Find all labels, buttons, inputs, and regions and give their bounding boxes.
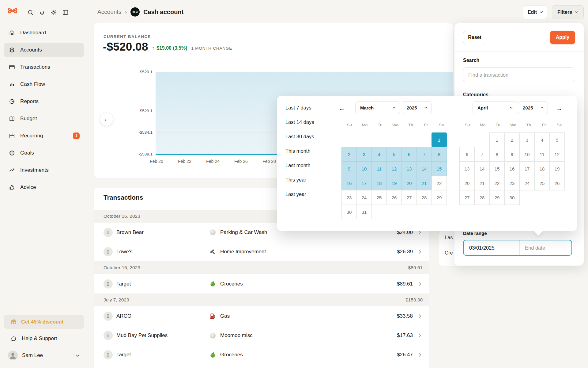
calendar-day[interactable]: 27 bbox=[401, 190, 417, 205]
calendar-day-in-range[interactable]: 16 bbox=[341, 176, 357, 190]
calendar-day[interactable]: 4 bbox=[534, 132, 550, 147]
sidebar-item-accounts[interactable]: Accounts bbox=[4, 43, 84, 57]
calendar-day[interactable]: 25 bbox=[534, 176, 550, 190]
calendar-day-in-range[interactable]: 11 bbox=[371, 161, 387, 176]
calendar-day[interactable]: 3 bbox=[519, 132, 535, 147]
calendar-day[interactable]: 2 bbox=[504, 132, 520, 147]
calendar-day[interactable]: 29 bbox=[489, 190, 505, 205]
calendar-day-in-range[interactable]: 8 bbox=[432, 147, 447, 162]
search-input[interactable] bbox=[463, 67, 575, 82]
quick-option-last-year[interactable]: Last year bbox=[277, 187, 331, 201]
calendar-day[interactable]: 16 bbox=[504, 161, 520, 176]
end-date-input[interactable]: End date bbox=[519, 240, 571, 255]
calendar-day[interactable]: 26 bbox=[386, 190, 402, 205]
month-select-april[interactable]: April bbox=[473, 101, 517, 114]
calendar-day[interactable]: 22 bbox=[489, 176, 505, 190]
sidebar-toggle-icon[interactable] bbox=[62, 9, 69, 16]
calendar-day[interactable]: 26 bbox=[549, 176, 565, 190]
calendar-day[interactable]: 5 bbox=[549, 132, 565, 147]
calendar-day[interactable]: 15 bbox=[489, 161, 505, 176]
apply-button[interactable]: Apply bbox=[550, 31, 575, 44]
calendar-day-in-range[interactable]: 2 bbox=[341, 147, 357, 162]
calendar-day[interactable]: 13 bbox=[459, 161, 475, 176]
calendar-day[interactable]: 12 bbox=[549, 147, 565, 162]
calendar-day-in-range[interactable]: 20 bbox=[401, 176, 417, 190]
calendar-day-in-range[interactable]: 7 bbox=[417, 147, 432, 162]
sidebar-item-budget[interactable]: Budget bbox=[4, 111, 84, 126]
calendar-day-in-range[interactable]: 9 bbox=[341, 161, 357, 176]
transaction-row[interactable]: ARCOGas$33.58 bbox=[94, 306, 429, 326]
filters-button[interactable]: Filters bbox=[552, 5, 584, 19]
calendar-prev-button[interactable]: ← bbox=[338, 104, 346, 112]
calendar-day[interactable]: 27 bbox=[459, 190, 475, 205]
transaction-row[interactable]: Mud Bay Pet SuppliesMoomoo misc$17.63 bbox=[94, 326, 429, 345]
calendar-day[interactable]: 7 bbox=[474, 147, 490, 162]
month-select-march[interactable]: March bbox=[355, 101, 400, 114]
previous-account-button[interactable]: ← bbox=[100, 113, 113, 126]
calendar-day[interactable]: 24 bbox=[519, 176, 535, 190]
calendar-day[interactable]: 30 bbox=[504, 190, 520, 205]
transaction-row[interactable]: TargetGroceries$89.61 bbox=[94, 274, 429, 293]
sidebar-item-advice[interactable]: Advice bbox=[4, 180, 84, 195]
quick-option-this-month[interactable]: This month bbox=[277, 144, 331, 158]
calendar-day-in-range[interactable]: 21 bbox=[417, 176, 432, 190]
quick-option-last-7-days[interactable]: Last 7 days bbox=[277, 101, 331, 115]
calendar-day[interactable]: 28 bbox=[474, 190, 490, 205]
calendar-day[interactable]: 23 bbox=[341, 190, 357, 205]
help-support-item[interactable]: Help & Support bbox=[4, 332, 84, 345]
discount-banner[interactable]: Get 45% discount bbox=[4, 315, 84, 329]
sidebar-item-investments[interactable]: Investments bbox=[4, 163, 84, 178]
brand-logo-icon[interactable] bbox=[7, 5, 18, 17]
calendar-day-in-range[interactable]: 13 bbox=[401, 161, 417, 176]
sidebar-item-transactions[interactable]: Transactions bbox=[4, 60, 84, 75]
calendar-day[interactable]: 8 bbox=[489, 147, 505, 162]
breadcrumb-accounts-link[interactable]: Accounts bbox=[97, 9, 121, 15]
year-select[interactable]: 2025 bbox=[402, 101, 432, 114]
calendar-day[interactable]: 28 bbox=[417, 190, 432, 205]
calendar-day-in-range[interactable]: 10 bbox=[356, 161, 372, 176]
calendar-day[interactable]: 14 bbox=[474, 161, 490, 176]
gear-icon[interactable] bbox=[50, 9, 57, 16]
user-menu[interactable]: Sam Lee bbox=[4, 348, 84, 362]
sidebar-item-cash-flow[interactable]: Cash Flow bbox=[4, 77, 84, 92]
calendar-day-in-range[interactable]: 12 bbox=[386, 161, 402, 176]
calendar-day[interactable]: 25 bbox=[371, 190, 387, 205]
calendar-day[interactable]: 6 bbox=[459, 147, 475, 162]
quick-option-last-30-days[interactable]: Last 30 days bbox=[277, 129, 331, 144]
edit-button[interactable]: Edit bbox=[523, 5, 548, 19]
calendar-day-in-range[interactable]: 3 bbox=[356, 147, 372, 162]
calendar-day[interactable]: 1 bbox=[489, 132, 505, 147]
calendar-day[interactable]: 29 bbox=[432, 190, 447, 205]
calendar-day[interactable]: 11 bbox=[534, 147, 550, 162]
calendar-day[interactable]: 22 bbox=[432, 176, 447, 190]
calendar-day-in-range[interactable]: 4 bbox=[371, 147, 387, 162]
sidebar-item-goals[interactable]: Goals bbox=[4, 146, 84, 160]
start-date-input[interactable]: 03/01/2025 → bbox=[464, 240, 519, 255]
transaction-row[interactable]: Lowe'sHome Improvement$26.39 bbox=[94, 242, 429, 261]
reset-button[interactable]: Reset bbox=[463, 31, 486, 44]
calendar-day-in-range[interactable]: 5 bbox=[386, 147, 402, 162]
bell-icon[interactable] bbox=[39, 9, 46, 16]
calendar-day-in-range[interactable]: 6 bbox=[401, 147, 417, 162]
calendar-day[interactable]: 19 bbox=[549, 161, 565, 176]
calendar-day[interactable]: 24 bbox=[356, 190, 372, 205]
calendar-day[interactable]: 18 bbox=[534, 161, 550, 176]
calendar-day-in-range[interactable]: 18 bbox=[371, 176, 387, 190]
calendar-next-button[interactable]: → bbox=[555, 104, 563, 112]
calendar-day[interactable]: 10 bbox=[519, 147, 535, 162]
year-select[interactable]: 2025 bbox=[518, 101, 548, 114]
calendar-day[interactable]: 23 bbox=[504, 176, 520, 190]
quick-option-last-14-days[interactable]: Last 14 days bbox=[277, 115, 331, 129]
calendar-day-selected[interactable]: 1 bbox=[432, 132, 447, 147]
sidebar-item-recurring[interactable]: Recurring1 bbox=[4, 128, 84, 143]
sidebar-item-reports[interactable]: Reports bbox=[4, 94, 84, 109]
calendar-day-in-range[interactable]: 15 bbox=[432, 161, 447, 176]
calendar-day-in-range[interactable]: 17 bbox=[356, 176, 372, 190]
transaction-row[interactable]: TargetGroceries$26.47 bbox=[94, 345, 429, 364]
search-icon[interactable] bbox=[27, 9, 34, 16]
calendar-day[interactable]: 17 bbox=[519, 161, 535, 176]
quick-option-last-month[interactable]: Last month bbox=[277, 158, 331, 173]
calendar-day-in-range[interactable]: 19 bbox=[386, 176, 402, 190]
sidebar-item-dashboard[interactable]: Dashboard bbox=[4, 25, 84, 40]
quick-option-this-year[interactable]: This year bbox=[277, 173, 331, 187]
